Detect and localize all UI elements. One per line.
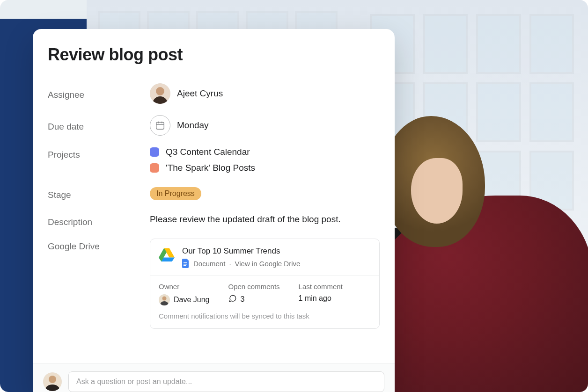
- current-user-avatar: [43, 372, 62, 391]
- comment-bar: [33, 363, 395, 392]
- calendar-icon: [150, 115, 170, 136]
- svg-rect-9: [184, 262, 187, 263]
- drive-owner-name: Dave Jung: [174, 296, 210, 304]
- drive-file-type: Document: [193, 260, 225, 268]
- due-date-value: Monday: [177, 120, 209, 131]
- task-title: Review blog post: [48, 45, 380, 65]
- drive-comments-count: 3: [241, 295, 245, 304]
- projects-row: Projects Q3 Content Calendar'The Spark' …: [48, 141, 380, 179]
- drive-label: Google Drive: [48, 239, 150, 252]
- svg-point-13: [162, 297, 167, 301]
- drive-row: Google Drive Our Top 10 Summer Trends: [48, 233, 380, 334]
- svg-point-1: [156, 87, 164, 95]
- projects-label: Projects: [48, 147, 150, 160]
- drive-last-label: Last comment: [299, 283, 343, 290]
- project-color-dot: [150, 163, 159, 173]
- google-drive-icon: [159, 247, 175, 261]
- drive-attachment-card[interactable]: Our Top 10 Summer Trends Document · View…: [150, 239, 380, 329]
- drive-comments-label: Open comments: [228, 283, 280, 290]
- drive-file-title: Our Top 10 Summer Trends: [182, 247, 300, 256]
- drive-sync-note: Comment notifications will be synced to …: [150, 307, 379, 328]
- task-detail-card: Review blog post Assignee Ajeet Cyrus Du…: [33, 29, 395, 392]
- description-row: Description Please review the updated dr…: [48, 209, 380, 233]
- svg-point-15: [49, 376, 56, 383]
- comment-input[interactable]: [68, 371, 384, 392]
- description-label: Description: [48, 214, 150, 227]
- project-chip[interactable]: 'The Spark' Blog Posts: [150, 163, 380, 173]
- assignee-name: Ajeet Cyrus: [177, 88, 223, 99]
- stage-row[interactable]: Stage In Progress: [48, 179, 380, 209]
- project-color-dot: [150, 147, 159, 157]
- project-chip[interactable]: Q3 Content Calendar: [150, 147, 380, 157]
- due-date-row[interactable]: Due date Monday: [48, 109, 380, 141]
- drive-view-link[interactable]: View in Google Drive: [235, 260, 301, 268]
- project-name: 'The Spark' Blog Posts: [166, 163, 255, 173]
- drive-owner-avatar: [159, 294, 170, 305]
- stage-label: Stage: [48, 187, 150, 200]
- svg-rect-10: [184, 264, 187, 264]
- project-name: Q3 Content Calendar: [166, 147, 250, 157]
- svg-rect-2: [156, 123, 164, 130]
- due-date-label: Due date: [48, 119, 150, 132]
- stage-badge: In Progress: [150, 187, 201, 200]
- description-text: Please review the updated draft of the b…: [150, 214, 380, 225]
- assignee-avatar: [150, 83, 170, 104]
- drive-last-value: 1 min ago: [299, 294, 343, 303]
- svg-rect-11: [184, 265, 186, 266]
- google-doc-icon: [182, 259, 190, 268]
- comment-icon: [228, 294, 237, 305]
- assignee-row[interactable]: Assignee Ajeet Cyrus: [48, 78, 380, 109]
- assignee-label: Assignee: [48, 87, 150, 100]
- drive-owner-label: Owner: [159, 283, 210, 290]
